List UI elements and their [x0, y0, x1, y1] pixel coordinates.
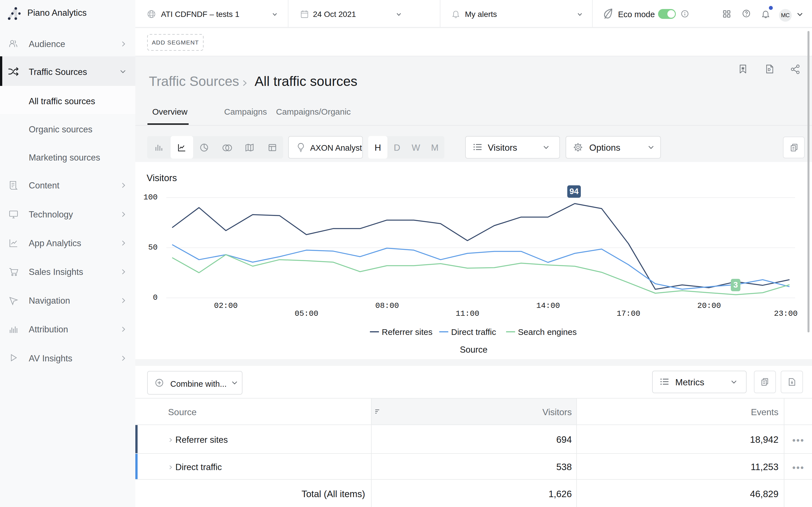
svg-text:3: 3: [733, 280, 738, 289]
svg-text:94: 94: [569, 187, 578, 196]
svg-text:D: D: [768, 67, 770, 72]
